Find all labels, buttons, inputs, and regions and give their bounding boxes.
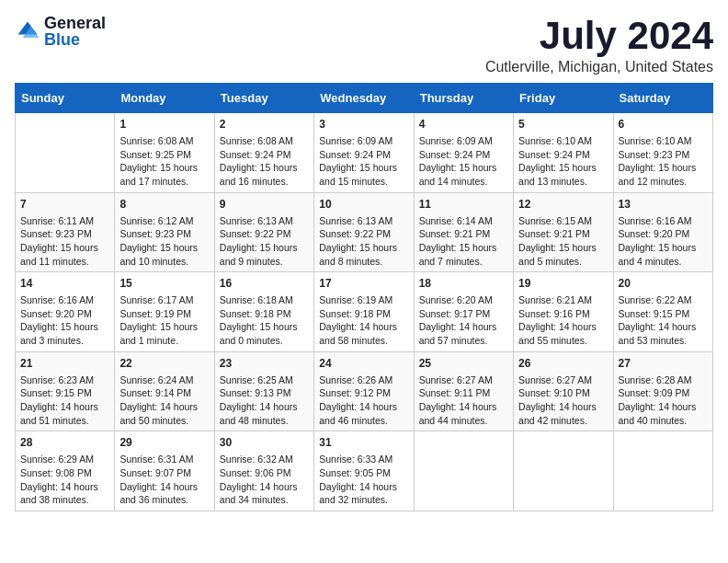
cell-content: Sunrise: 6:09 AMSunset: 9:24 PMDaylight:… [419, 135, 497, 187]
cell-content: Sunrise: 6:08 AMSunset: 9:24 PMDaylight:… [220, 135, 298, 187]
cell-content: Sunrise: 6:22 AMSunset: 9:15 PMDaylight:… [619, 294, 697, 346]
calendar-cell: 29Sunrise: 6:31 AMSunset: 9:07 PMDayligh… [115, 431, 214, 511]
calendar-cell [414, 431, 513, 511]
cell-content: Sunrise: 6:19 AMSunset: 9:18 PMDaylight:… [319, 294, 397, 346]
day-number: 10 [319, 197, 408, 213]
cell-content: Sunrise: 6:10 AMSunset: 9:23 PMDaylight:… [619, 135, 697, 187]
day-number: 4 [419, 117, 508, 132]
calendar-cell: 4Sunrise: 6:09 AMSunset: 9:24 PMDaylight… [414, 113, 513, 193]
calendar-cell: 5Sunrise: 6:10 AMSunset: 9:24 PMDaylight… [514, 113, 613, 193]
day-number: 23 [220, 356, 309, 372]
day-number: 13 [619, 197, 708, 213]
calendar-cell: 9Sunrise: 6:13 AMSunset: 9:22 PMDaylight… [214, 192, 313, 272]
cell-content: Sunrise: 6:29 AMSunset: 9:08 PMDaylight:… [20, 454, 98, 505]
weekday-header-saturday: Saturday [613, 84, 712, 113]
calendar-week-row: 1Sunrise: 6:08 AMSunset: 9:25 PMDaylight… [16, 113, 713, 193]
logo: General Blue [15, 15, 106, 48]
day-number: 17 [319, 276, 408, 292]
cell-content: Sunrise: 6:27 AMSunset: 9:10 PMDaylight:… [518, 374, 597, 426]
logo-text-blue: Blue [44, 31, 106, 48]
day-number: 24 [319, 356, 408, 372]
calendar-cell: 31Sunrise: 6:33 AMSunset: 9:05 PMDayligh… [314, 431, 414, 511]
calendar-cell: 6Sunrise: 6:10 AMSunset: 9:23 PMDaylight… [613, 113, 712, 193]
calendar-cell: 24Sunrise: 6:26 AMSunset: 9:12 PMDayligh… [314, 351, 414, 431]
day-number: 2 [220, 117, 309, 132]
cell-content: Sunrise: 6:15 AMSunset: 9:21 PMDaylight:… [518, 215, 597, 267]
calendar-cell: 25Sunrise: 6:27 AMSunset: 9:11 PMDayligh… [414, 351, 513, 431]
calendar-cell [514, 431, 613, 511]
logo-text-general: General [44, 15, 106, 31]
day-number: 15 [119, 276, 209, 292]
day-number: 21 [20, 356, 109, 372]
calendar-cell: 12Sunrise: 6:15 AMSunset: 9:21 PMDayligh… [514, 192, 613, 272]
cell-content: Sunrise: 6:11 AMSunset: 9:23 PMDaylight:… [20, 215, 98, 267]
calendar-cell: 1Sunrise: 6:08 AMSunset: 9:25 PMDaylight… [115, 113, 214, 193]
day-number: 27 [619, 356, 708, 372]
calendar-cell: 11Sunrise: 6:14 AMSunset: 9:21 PMDayligh… [414, 192, 513, 272]
cell-content: Sunrise: 6:09 AMSunset: 9:24 PMDaylight:… [319, 135, 397, 187]
calendar-cell: 2Sunrise: 6:08 AMSunset: 9:24 PMDaylight… [214, 113, 313, 193]
day-number: 30 [220, 435, 309, 451]
cell-content: Sunrise: 6:27 AMSunset: 9:11 PMDaylight:… [419, 374, 497, 426]
cell-content: Sunrise: 6:20 AMSunset: 9:17 PMDaylight:… [419, 294, 497, 346]
calendar-cell: 16Sunrise: 6:18 AMSunset: 9:18 PMDayligh… [214, 272, 313, 352]
day-number: 20 [619, 276, 708, 292]
cell-content: Sunrise: 6:31 AMSunset: 9:07 PMDaylight:… [119, 454, 198, 505]
calendar-cell: 28Sunrise: 6:29 AMSunset: 9:08 PMDayligh… [16, 431, 115, 511]
weekday-header-sunday: Sunday [16, 84, 115, 113]
calendar-week-row: 7Sunrise: 6:11 AMSunset: 9:23 PMDaylight… [16, 192, 713, 272]
cell-content: Sunrise: 6:24 AMSunset: 9:14 PMDaylight:… [119, 374, 198, 426]
calendar-cell: 13Sunrise: 6:16 AMSunset: 9:20 PMDayligh… [613, 192, 712, 272]
day-number: 6 [619, 117, 708, 132]
calendar-cell: 27Sunrise: 6:28 AMSunset: 9:09 PMDayligh… [613, 351, 712, 431]
calendar-cell [613, 431, 712, 511]
month-title: July 2024 [485, 15, 713, 57]
calendar-cell: 21Sunrise: 6:23 AMSunset: 9:15 PMDayligh… [16, 351, 115, 431]
cell-content: Sunrise: 6:14 AMSunset: 9:21 PMDaylight:… [419, 215, 497, 267]
calendar-cell: 3Sunrise: 6:09 AMSunset: 9:24 PMDaylight… [314, 113, 414, 193]
title-section: July 2024 Cutlerville, Michigan, United … [485, 15, 713, 75]
cell-content: Sunrise: 6:17 AMSunset: 9:19 PMDaylight:… [119, 294, 198, 346]
calendar-table: SundayMondayTuesdayWednesdayThursdayFrid… [15, 83, 713, 511]
calendar-cell: 14Sunrise: 6:16 AMSunset: 9:20 PMDayligh… [16, 272, 115, 352]
cell-content: Sunrise: 6:16 AMSunset: 9:20 PMDaylight:… [20, 294, 98, 346]
weekday-header-thursday: Thursday [414, 84, 513, 113]
location-title: Cutlerville, Michigan, United States [485, 59, 713, 75]
cell-content: Sunrise: 6:32 AMSunset: 9:06 PMDaylight:… [220, 454, 298, 505]
cell-content: Sunrise: 6:08 AMSunset: 9:25 PMDaylight:… [119, 135, 198, 187]
calendar-week-row: 28Sunrise: 6:29 AMSunset: 9:08 PMDayligh… [16, 431, 713, 511]
weekday-header-wednesday: Wednesday [314, 84, 414, 113]
cell-content: Sunrise: 6:16 AMSunset: 9:20 PMDaylight:… [619, 215, 697, 267]
calendar-cell: 23Sunrise: 6:25 AMSunset: 9:13 PMDayligh… [214, 351, 313, 431]
day-number: 25 [419, 356, 508, 372]
day-number: 29 [119, 435, 209, 451]
cell-content: Sunrise: 6:21 AMSunset: 9:16 PMDaylight:… [518, 294, 597, 346]
day-number: 16 [220, 276, 309, 292]
day-number: 3 [319, 117, 408, 132]
calendar-cell: 7Sunrise: 6:11 AMSunset: 9:23 PMDaylight… [16, 192, 115, 272]
day-number: 19 [518, 276, 608, 292]
calendar-cell: 18Sunrise: 6:20 AMSunset: 9:17 PMDayligh… [414, 272, 513, 352]
cell-content: Sunrise: 6:18 AMSunset: 9:18 PMDaylight:… [220, 294, 298, 346]
day-number: 7 [20, 197, 109, 213]
cell-content: Sunrise: 6:33 AMSunset: 9:05 PMDaylight:… [319, 454, 397, 505]
calendar-cell: 10Sunrise: 6:13 AMSunset: 9:22 PMDayligh… [314, 192, 414, 272]
calendar-cell: 26Sunrise: 6:27 AMSunset: 9:10 PMDayligh… [514, 351, 613, 431]
day-number: 12 [518, 197, 608, 213]
weekday-header-monday: Monday [115, 84, 214, 113]
logo-icon [15, 18, 40, 44]
day-number: 9 [220, 197, 309, 213]
cell-content: Sunrise: 6:13 AMSunset: 9:22 PMDaylight:… [220, 215, 298, 267]
weekday-header-tuesday: Tuesday [214, 84, 313, 113]
day-number: 31 [319, 435, 408, 451]
day-number: 26 [518, 356, 608, 372]
weekday-header-friday: Friday [514, 84, 613, 113]
day-number: 14 [20, 276, 109, 292]
cell-content: Sunrise: 6:23 AMSunset: 9:15 PMDaylight:… [20, 374, 98, 426]
calendar-cell: 22Sunrise: 6:24 AMSunset: 9:14 PMDayligh… [115, 351, 214, 431]
day-number: 11 [419, 197, 508, 213]
cell-content: Sunrise: 6:26 AMSunset: 9:12 PMDaylight:… [319, 374, 397, 426]
cell-content: Sunrise: 6:25 AMSunset: 9:13 PMDaylight:… [220, 374, 298, 426]
calendar-cell: 30Sunrise: 6:32 AMSunset: 9:06 PMDayligh… [214, 431, 313, 511]
calendar-cell: 20Sunrise: 6:22 AMSunset: 9:15 PMDayligh… [613, 272, 712, 352]
